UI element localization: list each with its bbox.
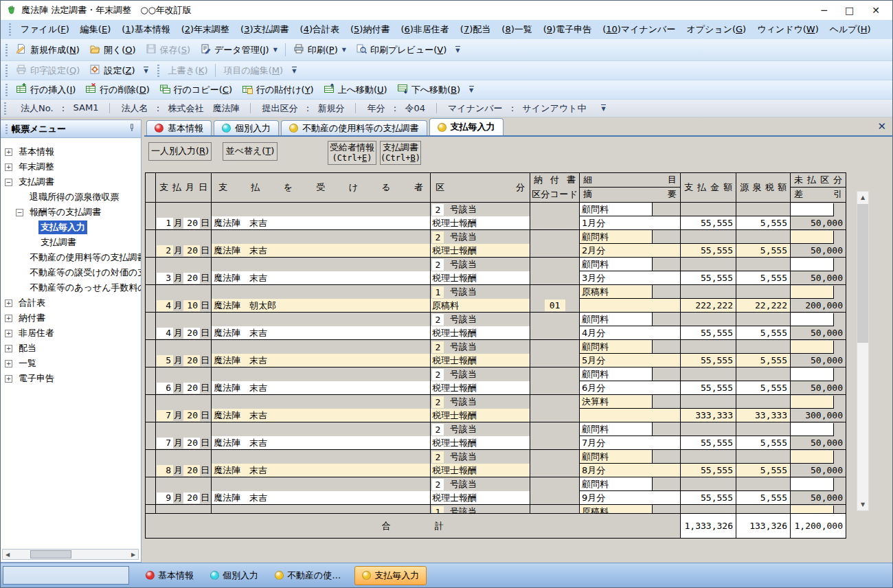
toolbar-row-copy-button[interactable]: 行のコピー(C) <box>155 81 237 98</box>
tree-expander-icon[interactable]: + <box>5 330 12 337</box>
payee-value[interactable]: 魔法陣 末吉 <box>212 464 430 477</box>
kubun-name[interactable]: 税理士報酬 <box>431 464 530 477</box>
tree-item-label[interactable]: 非居住者 <box>16 326 56 340</box>
tax-value[interactable]: 5,555 <box>736 244 790 257</box>
amount-value[interactable]: 55,555 <box>681 216 736 229</box>
tree-item-label[interactable]: 納付書 <box>16 311 47 325</box>
sidebar-item-denshi-shinkoku[interactable]: +電子申告 <box>3 371 141 386</box>
payee-value[interactable]: 魔法陣 末吉 <box>212 354 430 367</box>
toolbar-move-down-button[interactable]: 下へ移動(B) <box>392 81 465 98</box>
kubun-number[interactable]: 1 <box>432 286 444 298</box>
payee-value[interactable]: 魔法陣 末吉 <box>212 244 430 257</box>
note-value[interactable] <box>580 409 680 422</box>
kubun-name[interactable]: 税理士報酬 <box>431 326 530 339</box>
sidebar-item-taishoku-gensen[interactable]: 退職所得の源泉徴収票 <box>3 190 141 205</box>
month-value[interactable]: 2 <box>157 245 173 256</box>
scroll-down-icon[interactable]: ▼ <box>857 499 868 510</box>
tree-expander-icon[interactable]: + <box>5 345 12 352</box>
item-value[interactable]: 顧問料 <box>580 477 653 490</box>
amount-value[interactable]: 55,555 <box>681 491 736 504</box>
cell-row-selector[interactable] <box>146 422 156 449</box>
sidebar-item-hoshu-chosho[interactable]: −報酬等の支払調書 <box>3 205 141 220</box>
item-value[interactable]: 原稿料 <box>580 505 653 513</box>
close-pane-icon[interactable]: ✕ <box>877 120 886 133</box>
tab-shiharai-goto[interactable]: 支払毎入力 <box>429 118 504 135</box>
note-value[interactable]: 2月分 <box>580 244 680 257</box>
tree-item-label[interactable]: 電子申告 <box>16 372 56 385</box>
kubun-name[interactable]: 税理士報酬 <box>431 436 530 449</box>
tree-expander-icon[interactable]: + <box>5 315 12 322</box>
kubun-number[interactable]: 2 <box>432 479 444 490</box>
day-value[interactable]: 20 <box>183 218 200 229</box>
sidebar-item-shiharai-goto-input[interactable]: 支払毎入力 <box>3 220 141 235</box>
minimize-button[interactable]: ─ <box>822 5 827 16</box>
item-value[interactable]: 顧問料 <box>580 258 653 271</box>
toolbar-save-button[interactable]: 保存(S) <box>141 41 195 58</box>
unpaid-kubun-box[interactable] <box>791 396 834 409</box>
day-value[interactable]: 20 <box>183 355 200 366</box>
unpaid-kubun-box[interactable] <box>791 313 834 326</box>
item-value[interactable]: 顧問料 <box>580 340 653 353</box>
unpaid-kubun-box[interactable] <box>791 368 834 381</box>
month-value[interactable]: 6 <box>157 383 173 394</box>
note-value[interactable]: 5月分 <box>580 354 680 367</box>
tax-value[interactable]: 5,555 <box>736 216 790 229</box>
nofusho-code-value[interactable]: 01 <box>545 299 565 311</box>
tree-expander-icon[interactable]: − <box>16 209 23 216</box>
kubun-number[interactable]: 2 <box>432 369 444 381</box>
menu-item-nofusho[interactable]: (5)納付書 <box>345 21 395 37</box>
toolbar-row-delete-button[interactable]: 行の削除(D) <box>80 81 154 98</box>
menu-item-help[interactable]: ヘルプ(H) <box>824 21 877 37</box>
amount-value[interactable]: 222,222 <box>681 299 736 312</box>
toolbar-overflow-icon[interactable]: ▼ <box>466 86 477 94</box>
sidebar-item-haito[interactable]: +配当 <box>3 341 141 356</box>
toolbar-open-button[interactable]: 開く(O) <box>84 41 141 58</box>
month-value[interactable]: 1 <box>157 218 173 229</box>
kubun-name[interactable]: 税理士報酬 <box>431 354 530 367</box>
toolbar-data-manage-button[interactable]: データ管理(J)▼ <box>195 41 282 58</box>
tree-item-label[interactable]: 報酬等の支払調書 <box>27 205 103 219</box>
sort-button[interactable]: 並べ替え(T) <box>223 142 278 161</box>
toolbar-settings-button[interactable]: 設定(Z) <box>84 62 139 79</box>
item-value[interactable]: 顧問料 <box>580 230 653 243</box>
payee-value[interactable]: 魔法陣 末吉 <box>212 216 430 229</box>
toolbar-print-button[interactable]: 印刷(P)▼ <box>289 41 351 58</box>
tree-expander-icon[interactable]: + <box>5 375 12 383</box>
toolbar-row-paste-button[interactable]: 行の貼付け(Y) <box>237 81 319 98</box>
kubun-number[interactable]: 2 <box>432 396 444 408</box>
tree-item-label[interactable]: 年末調整 <box>16 160 56 174</box>
tax-value[interactable]: 33,333 <box>736 409 790 422</box>
kubun-name[interactable]: 税理士報酬 <box>431 216 530 229</box>
day-value[interactable]: 20 <box>183 245 200 256</box>
month-value[interactable]: 7 <box>157 438 173 449</box>
day-value[interactable]: 20 <box>183 410 200 421</box>
scrollbar-thumb[interactable] <box>857 204 868 343</box>
amount-value[interactable]: 55,555 <box>681 244 736 257</box>
toolbar-new-button[interactable]: 新規作成(N) <box>11 41 84 58</box>
menu-item-gokeihyo[interactable]: (4)合計表 <box>295 21 345 37</box>
month-value[interactable]: 3 <box>157 273 173 284</box>
amount-value[interactable]: 55,555 <box>681 464 736 477</box>
toolbar-edit-items-button[interactable]: 項目の編集(M) <box>218 63 288 79</box>
month-value[interactable]: 4 <box>157 300 173 311</box>
menu-item-denshi-shinkoku[interactable]: (9)電子申告 <box>538 21 597 37</box>
hitoribetsu-input-button[interactable]: 一人別入力(R) <box>148 142 212 161</box>
tree-item-label[interactable]: 支払調書 <box>16 175 56 189</box>
taskbar-item-fudosan[interactable]: 不動産の使… <box>275 569 341 582</box>
item-value[interactable]: 顧問料 <box>580 422 653 436</box>
toolbar-row-insert-button[interactable]: 行の挿入(I) <box>11 81 80 98</box>
month-value[interactable]: 5 <box>157 355 173 366</box>
payee-value[interactable]: 魔法陣 末吉 <box>212 436 430 449</box>
sidebar-item-nenmatsu-chosei[interactable]: +年末調整 <box>3 159 141 174</box>
menu-item-hikyojusha[interactable]: (6)非居住者 <box>395 21 454 37</box>
payee-value[interactable]: 魔法陣 末吉 <box>212 381 430 394</box>
kubun-name[interactable]: 税理士報酬 <box>431 271 530 284</box>
sidebar-item-fudosan-assen[interactable]: 不動産等のあっせん手数料の <box>3 280 141 295</box>
amount-value[interactable]: 55,555 <box>681 271 736 284</box>
unpaid-kubun-box[interactable] <box>791 203 834 216</box>
unpaid-kubun-box[interactable] <box>791 423 834 436</box>
scroll-up-icon[interactable]: ▲ <box>857 192 868 203</box>
day-value[interactable]: 20 <box>183 383 200 394</box>
day-value[interactable]: 20 <box>183 465 200 476</box>
unpaid-kubun-box[interactable] <box>791 286 834 299</box>
